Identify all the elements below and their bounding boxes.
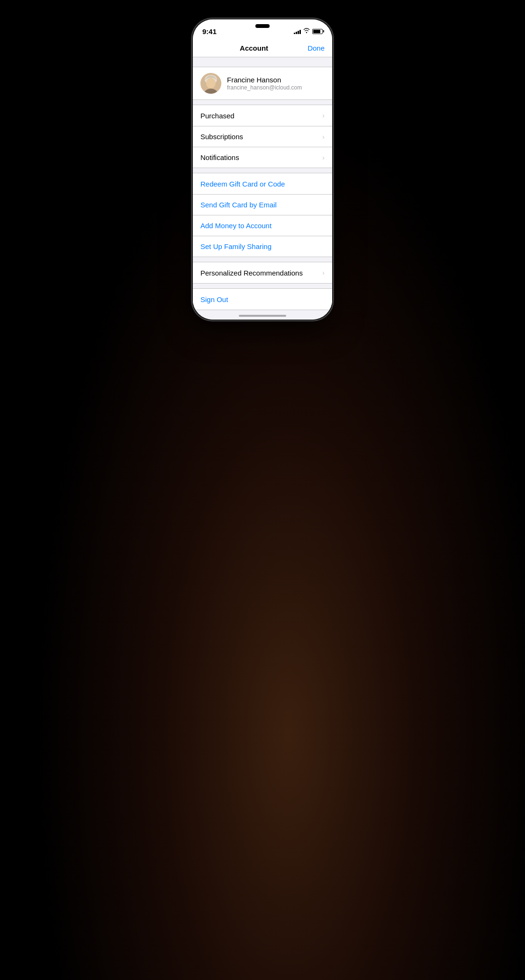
send-giftcard-label: Send Gift Card by Email (200, 201, 277, 209)
add-money-label: Add Money to Account (200, 222, 272, 230)
notifications-chevron-icon: › (322, 154, 325, 161)
wifi-icon (303, 28, 310, 35)
gap-4 (193, 284, 332, 288)
svg-point-2 (206, 78, 216, 89)
user-avatar (200, 73, 221, 94)
signal-bar-2 (296, 32, 297, 34)
sign-out-row[interactable]: Sign Out (193, 289, 332, 310)
family-sharing-label: Set Up Family Sharing (200, 242, 272, 250)
personalized-recommendations-row[interactable]: Personalized Recommendations › (193, 262, 332, 283)
content-area: Francine Hanson francine_hanson@icloud.c… (193, 57, 332, 320)
purchased-chevron-icon: › (322, 112, 325, 119)
add-money-row[interactable]: Add Money to Account (193, 215, 332, 236)
profile-card[interactable]: Francine Hanson francine_hanson@icloud.c… (193, 67, 332, 100)
done-button[interactable]: Done (308, 44, 325, 52)
recommendations-section: Personalized Recommendations › (193, 262, 332, 284)
home-indicator (239, 315, 286, 317)
gap-top (193, 57, 332, 62)
personalized-recommendations-label: Personalized Recommendations (200, 269, 303, 277)
status-time: 9:41 (202, 27, 217, 36)
signal-bar-3 (298, 31, 299, 34)
gap-3 (193, 257, 332, 262)
user-email: francine_hanson@icloud.com (227, 84, 325, 91)
redeem-label: Redeem Gift Card or Code (200, 180, 285, 188)
signout-section: Sign Out (193, 288, 332, 310)
subscriptions-row[interactable]: Subscriptions › (193, 126, 332, 147)
subscriptions-label: Subscriptions (200, 133, 243, 141)
nav-title: Account (240, 44, 268, 52)
status-bar: 9:41 (193, 19, 332, 40)
battery-fill (313, 30, 320, 33)
status-icons (294, 28, 323, 35)
purchased-label: Purchased (200, 112, 235, 120)
recommendations-chevron-icon: › (322, 269, 325, 276)
send-giftcard-row[interactable]: Send Gift Card by Email (193, 194, 332, 215)
main-section: Purchased › Subscriptions › Notification… (193, 105, 332, 168)
dynamic-island (255, 24, 270, 28)
phone-outer-shell: 9:41 (191, 18, 334, 321)
purchased-row[interactable]: Purchased › (193, 105, 332, 126)
battery-icon (312, 29, 323, 34)
phone-screen: 9:41 (193, 19, 332, 320)
notifications-label: Notifications (200, 153, 239, 161)
gap-1 (193, 100, 332, 105)
user-name: Francine Hanson (227, 76, 325, 84)
family-sharing-row[interactable]: Set Up Family Sharing (193, 236, 332, 257)
gap-2 (193, 168, 332, 173)
notifications-row[interactable]: Notifications › (193, 147, 332, 168)
signal-bar-4 (299, 30, 301, 34)
redeem-row[interactable]: Redeem Gift Card or Code (193, 173, 332, 194)
phone-device: 9:41 (191, 18, 334, 321)
sign-out-label: Sign Out (200, 295, 228, 303)
signal-bars-icon (294, 29, 301, 34)
user-info: Francine Hanson francine_hanson@icloud.c… (227, 76, 325, 91)
subscriptions-chevron-icon: › (322, 133, 325, 141)
signal-bar-1 (294, 33, 295, 34)
giftcard-section: Redeem Gift Card or Code Send Gift Card … (193, 173, 332, 257)
navigation-bar: Account Done (193, 40, 332, 57)
